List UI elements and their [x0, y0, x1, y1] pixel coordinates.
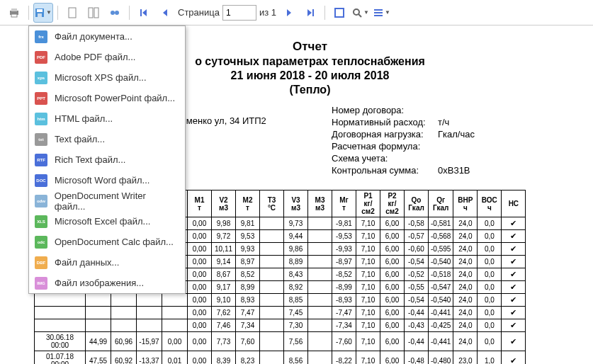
fullscreen-button[interactable]: [329, 3, 349, 23]
file-type-icon: PPT: [35, 92, 47, 105]
table-cell: -0,44: [405, 307, 429, 319]
last-page-button[interactable]: [300, 3, 320, 23]
export-menu-item[interactable]: DBFФайл данных...: [29, 252, 185, 273]
table-cell: 0,00: [188, 256, 212, 268]
print-button[interactable]: [4, 3, 24, 23]
table-header-cell: V3м3: [284, 190, 308, 217]
table-cell: -7,34: [332, 319, 356, 332]
export-menu-item[interactable]: DOCMicrosoft Word файл...: [29, 170, 185, 190]
table-cell: 9,98: [212, 217, 236, 230]
table-cell: [502, 351, 526, 365]
table-cell: -8,93: [332, 294, 356, 307]
table-cell: 0,00: [188, 243, 212, 256]
table-cell: [308, 332, 332, 351]
prev-page-button[interactable]: [155, 3, 175, 23]
table-cell: -0,60: [405, 243, 429, 256]
table-cell: [260, 332, 284, 351]
table-cell: 9,72: [212, 230, 236, 243]
outline-button[interactable]: ▼: [372, 3, 392, 23]
svg-rect-7: [89, 8, 93, 18]
table-cell: -9,93: [332, 243, 356, 256]
svg-rect-5: [38, 13, 42, 17]
table-cell: -0,480: [429, 351, 453, 365]
table-cell: 9,93: [236, 243, 260, 256]
table-cell: 24,0: [453, 230, 478, 243]
export-menu-item[interactable]: RTFRich Text файл...: [29, 149, 185, 170]
info-value: 0xB31B: [438, 165, 470, 176]
table-cell: [86, 294, 111, 307]
page-multi-button[interactable]: [84, 3, 103, 23]
table-cell: 7,10: [356, 243, 380, 256]
table-cell: -0,58: [405, 217, 429, 230]
next-page-button[interactable]: [279, 3, 299, 23]
table-cell: 6,00: [380, 319, 405, 332]
table-cell: 0,00: [188, 351, 212, 365]
export-menu-item[interactable]: htmHTML файл...: [29, 108, 185, 129]
table-cell: -9,53: [332, 230, 356, 243]
file-type-icon: PDF: [35, 51, 47, 64]
export-menu-item[interactable]: PDFAdobe PDF файл...: [29, 47, 185, 67]
table-cell: [111, 294, 137, 307]
table-cell: -15,97: [137, 332, 162, 351]
svg-point-10: [115, 11, 119, 15]
export-menu-item[interactable]: XLSMicrosoft Excel файл...: [29, 211, 185, 232]
find-button[interactable]: [105, 3, 125, 23]
table-cell: 7,10: [356, 332, 380, 351]
table-cell: [502, 294, 526, 307]
table-cell: 0,00: [188, 332, 212, 351]
table-cell: [308, 268, 332, 281]
address-text: лименко ул, 34 ИТП2: [176, 115, 332, 126]
first-page-button[interactable]: [134, 3, 154, 23]
export-menu-item[interactable]: odcOpenDocument Calc файл...: [29, 232, 185, 252]
table-cell: [308, 281, 332, 294]
table-cell: 24,0: [453, 268, 478, 281]
table-cell: 24,0: [453, 294, 478, 307]
page-single-button[interactable]: [62, 3, 82, 23]
file-type-icon: DOC: [35, 174, 47, 187]
svg-rect-1: [11, 8, 17, 11]
table-cell: [502, 307, 526, 319]
menu-item-label: Text файл...: [55, 134, 105, 144]
table-cell: [308, 351, 332, 365]
export-menu-item[interactable]: txtText файл...: [29, 129, 185, 149]
svg-point-9: [111, 11, 115, 15]
fullscreen-icon: [334, 8, 344, 18]
zoom-button[interactable]: ▼: [351, 3, 371, 23]
info-row: Номер договора:: [332, 105, 586, 115]
table-cell: 0,00: [188, 307, 212, 319]
svg-rect-21: [374, 12, 383, 13]
export-menu-item[interactable]: xpsMicrosoft XPS файл...: [29, 67, 185, 88]
svg-rect-22: [374, 15, 383, 16]
info-row: Схема учета:: [332, 153, 586, 164]
page-label: Страница: [178, 7, 220, 18]
export-menu-item[interactable]: frxФайл документа...: [29, 26, 185, 47]
svg-rect-16: [312, 9, 314, 16]
svg-line-19: [358, 14, 361, 17]
table-cell: [35, 294, 86, 307]
page-number-input[interactable]: [222, 5, 256, 21]
export-menu-item[interactable]: odwOpenDocument Writer файл...: [29, 190, 185, 211]
table-cell: 24,0: [453, 217, 478, 230]
chevron-down-icon: ▼: [46, 9, 52, 16]
table-cell: [162, 294, 188, 307]
table-cell: 8,23: [236, 351, 260, 365]
export-menu-item[interactable]: IMGФайл изображения...: [29, 273, 185, 293]
table-cell: 0,00: [188, 294, 212, 307]
table-cell: [308, 217, 332, 230]
table-cell: [308, 294, 332, 307]
table-cell: 0,0: [478, 319, 502, 332]
table-cell: 7,73: [212, 332, 236, 351]
table-cell: 9,53: [236, 230, 260, 243]
table-cell: -0,57: [405, 230, 429, 243]
table-cell: 6,00: [380, 307, 405, 319]
table-cell: 7,10: [356, 351, 380, 365]
table-cell: -0,595: [429, 243, 453, 256]
table-cell: -9,81: [332, 217, 356, 230]
export-menu-item[interactable]: PPTMicrosoft PowerPoint файл...: [29, 88, 185, 108]
save-button[interactable]: ▼: [33, 3, 53, 23]
table-cell: 9,14: [212, 256, 236, 268]
table-cell: 30.06.18 00:00: [35, 332, 86, 351]
table-cell: [162, 307, 188, 319]
table-cell: -0,55: [405, 281, 429, 294]
separator: [28, 6, 29, 20]
